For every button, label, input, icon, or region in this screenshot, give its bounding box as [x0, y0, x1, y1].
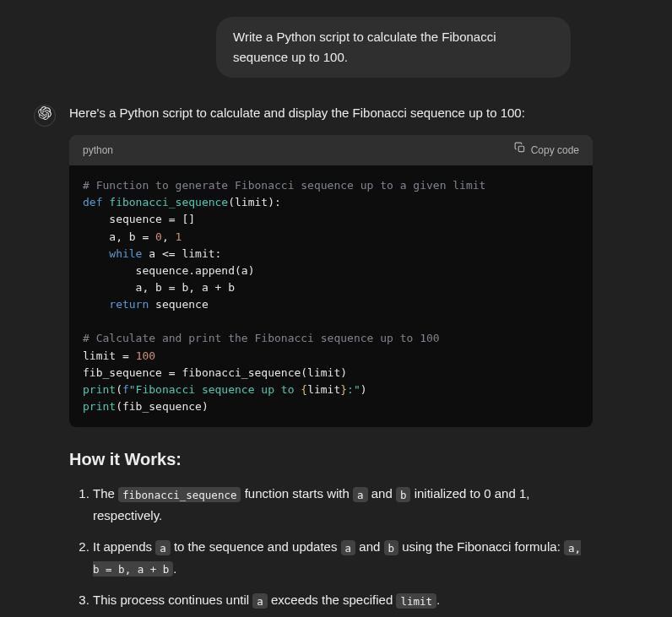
assistant-content: Here's a Python script to calculate and … — [69, 103, 593, 617]
inline-code: b — [396, 487, 411, 502]
how-it-works-heading: How it Works: — [69, 446, 593, 473]
inline-code: a — [155, 540, 171, 555]
code-body[interactable]: # Function to generate Fibonacci sequenc… — [69, 165, 593, 427]
list-item: The fibonacci_sequence function starts w… — [93, 483, 593, 526]
user-message-text: Write a Python script to calculate the F… — [233, 30, 496, 64]
list-item: It appends a to the sequence and updates… — [93, 536, 593, 579]
copy-code-label: Copy code — [531, 143, 579, 159]
inline-code: limit — [396, 593, 436, 609]
svg-rect-0 — [518, 146, 523, 151]
code-header: python Copy code — [69, 135, 593, 165]
assistant-row: Here's a Python script to calculate and … — [34, 103, 638, 617]
code-lang-label: python — [83, 143, 113, 159]
inline-code: fibonacci_sequence — [118, 487, 241, 502]
inline-code: a — [353, 487, 368, 502]
code-block: python Copy code # Function to generate … — [69, 135, 593, 427]
user-message-bubble: Write a Python script to calculate the F… — [216, 17, 571, 78]
explanation-list: The fibonacci_sequence function starts w… — [69, 483, 593, 617]
inline-code: a — [252, 593, 268, 609]
user-message-row: Write a Python script to calculate the F… — [34, 17, 638, 78]
list-item: This process continues until a exceeds t… — [93, 589, 593, 611]
openai-logo-icon — [38, 106, 51, 126]
assistant-avatar — [34, 105, 56, 127]
assistant-intro-text: Here's a Python script to calculate and … — [69, 103, 593, 123]
copy-code-button[interactable]: Copy code — [514, 142, 579, 159]
inline-code: b — [384, 540, 399, 555]
inline-code: a — [341, 540, 356, 555]
copy-icon — [514, 142, 526, 159]
